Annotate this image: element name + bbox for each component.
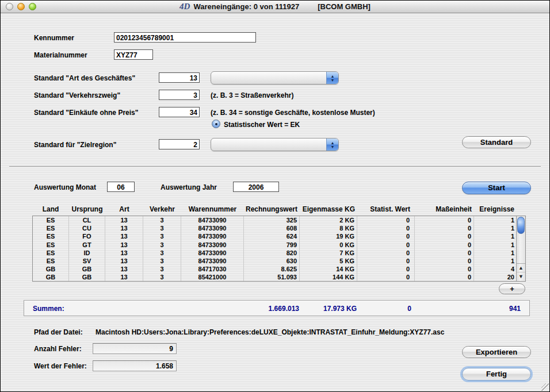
col-header-art[interactable]: Art xyxy=(105,205,143,214)
materialnummer-label: Materialnummer xyxy=(34,51,87,59)
section-divider xyxy=(9,166,541,167)
results-table: ESCL133847330903252 KG001ESCU13384733090… xyxy=(32,216,526,282)
app-window: 4D Wareneingänge: 0 von 111927 [BCOM GMB… xyxy=(0,0,550,392)
table-row[interactable]: GBGB133847170308.62514 KG004 xyxy=(33,265,516,273)
window-title: Wareneingänge: 0 von 111927 xyxy=(193,2,299,11)
auswertung-jahr-field[interactable] xyxy=(233,182,279,192)
table-cell: 1 xyxy=(474,216,516,224)
art-des-geschaeftes-field[interactable] xyxy=(159,72,200,83)
table-cell: 3 xyxy=(143,216,181,224)
table-row[interactable]: ESCL133847330903252 KG001 xyxy=(33,216,516,224)
auswertung-jahr-label: Auswertung Jahr xyxy=(161,183,217,191)
table-cell: 0 xyxy=(357,249,415,257)
zoom-button-icon[interactable] xyxy=(29,3,36,10)
table-cell: 1 xyxy=(474,232,516,240)
table-cell: 608 xyxy=(244,224,300,232)
minimize-button-icon[interactable] xyxy=(17,3,25,10)
table-cell: 19 KG xyxy=(300,232,357,240)
window-company: [BCOM GMBH] xyxy=(318,2,371,11)
table-cell: 8 KG xyxy=(300,224,357,232)
add-row-button[interactable]: + xyxy=(499,283,525,294)
table-cell: CL xyxy=(69,216,105,224)
table-cell: 84733090 xyxy=(181,257,244,265)
table-cell: 13 xyxy=(105,216,143,224)
col-header-ereignisse[interactable]: Ereignisse xyxy=(474,205,516,214)
table-row[interactable]: ESCU133847330906088 KG001 xyxy=(33,224,516,232)
verkehrszweig-hint: (z. B. 3 = Straßenverkehr) xyxy=(211,91,293,99)
resize-handle-icon[interactable] xyxy=(541,383,549,391)
table-cell: 0 xyxy=(357,216,415,224)
table-cell: ES xyxy=(33,257,69,265)
col-header-verkehr[interactable]: Verkehr xyxy=(143,205,181,214)
table-cell: 13 xyxy=(105,232,143,240)
table-cell: 1 xyxy=(474,257,516,265)
chevron-up-down-icon: ▲▼ xyxy=(326,139,338,151)
kennnummer-field[interactable] xyxy=(114,32,256,43)
zielregion-field[interactable] xyxy=(159,139,200,149)
table-cell: ES xyxy=(33,216,69,224)
table-cell: 0 xyxy=(357,232,415,240)
table-row[interactable]: ESFO1338473309062419 KG001 xyxy=(33,232,516,240)
table-cell: 1 xyxy=(474,249,516,257)
wert-der-fehler-label: Wert der Fehler: xyxy=(34,362,87,370)
start-button[interactable]: Start xyxy=(462,182,531,194)
zielregion-combobox[interactable]: ▲▼ xyxy=(211,138,339,151)
col-header-masseinheit[interactable]: Maßeinheit xyxy=(415,205,474,214)
scroll-down-button[interactable]: ▼ xyxy=(517,272,525,281)
table-cell: GB xyxy=(69,273,105,281)
table-cell: 624 xyxy=(244,232,300,240)
col-header-land[interactable]: Land xyxy=(32,205,69,214)
table-cell: 3 xyxy=(143,224,181,232)
table-row[interactable]: ESSV133847330906305 KG001 xyxy=(33,257,516,265)
col-header-ursprung[interactable]: Ursprung xyxy=(69,205,105,214)
einkaeufe-ohne-preis-field[interactable] xyxy=(159,107,200,117)
materialnummer-field[interactable] xyxy=(114,49,153,60)
table-cell: 13 xyxy=(105,224,143,232)
scroll-up-button[interactable]: ▲ xyxy=(517,264,525,272)
table-cell: 4 xyxy=(474,265,516,273)
table-cell: 2 KG xyxy=(300,216,357,224)
summen-eigenmasse: 17.973 KG xyxy=(323,305,357,313)
table-cell: ES xyxy=(33,232,69,240)
table-cell: 84733090 xyxy=(181,216,244,224)
table-cell: 0 xyxy=(415,249,474,257)
standard-button[interactable]: Standard xyxy=(462,136,531,148)
col-header-eigenmasse[interactable]: Eigenmasse KG xyxy=(300,205,357,214)
table-cell: 0 xyxy=(415,265,474,273)
col-header-rechnungswert[interactable]: Rechnungswert xyxy=(244,205,300,214)
table-header-row: Land Ursprung Art Verkehr Warennummer Re… xyxy=(32,205,516,214)
table-cell: FO xyxy=(69,232,105,240)
kennnummer-label: Kennummer xyxy=(34,34,74,42)
table-cell: GB xyxy=(69,265,105,273)
table-cell: 0 xyxy=(357,273,415,281)
col-header-warennummer[interactable]: Warennummer xyxy=(181,205,244,214)
art-des-geschaeftes-label: Standard "Art des Geschäftes" xyxy=(34,74,135,82)
verkehrszweig-field[interactable] xyxy=(159,90,200,100)
scrollbar-thumb[interactable] xyxy=(517,217,525,234)
fertig-button[interactable]: Fertig xyxy=(462,368,531,381)
vertical-scrollbar[interactable]: ▲ ▼ xyxy=(516,216,525,281)
table-cell: 13 xyxy=(105,241,143,249)
summen-statist-wert: 0 xyxy=(407,305,411,313)
close-button-icon[interactable] xyxy=(6,3,13,10)
table-row[interactable]: ESID133847330908207 KG001 xyxy=(33,249,516,257)
table-cell: 84733090 xyxy=(181,241,244,249)
table-row[interactable]: GBGB1338542100051.093144 KG0020 xyxy=(33,273,516,281)
verkehrszweig-label: Standard "Verkehrszweig" xyxy=(34,91,120,99)
auswertung-monat-field[interactable] xyxy=(107,182,135,192)
table-cell: 0 xyxy=(357,265,415,273)
einkaeufe-ohne-preis-hint: (z. B. 34 = sonstige Geschäfte, kostenlo… xyxy=(211,109,375,117)
4d-logo-icon: 4D xyxy=(179,2,190,11)
col-header-statist-wert[interactable]: Statist. Wert xyxy=(357,205,415,214)
art-des-geschaeftes-combobox[interactable]: ▲▼ xyxy=(211,71,339,84)
table-row[interactable]: ESGT133847330907990 KG001 xyxy=(33,241,516,249)
table-cell: 3 xyxy=(143,249,181,257)
table-cell: 0 xyxy=(357,257,415,265)
exportieren-button[interactable]: Exportieren xyxy=(462,346,531,358)
table-cell: 13 xyxy=(105,273,143,281)
table-cell: 84733090 xyxy=(181,249,244,257)
summen-rechnungswert: 1.669.013 xyxy=(269,305,299,313)
table-cell: 0 xyxy=(415,216,474,224)
statistischer-wert-radio[interactable] xyxy=(212,120,220,128)
table-cell: 0 xyxy=(357,224,415,232)
